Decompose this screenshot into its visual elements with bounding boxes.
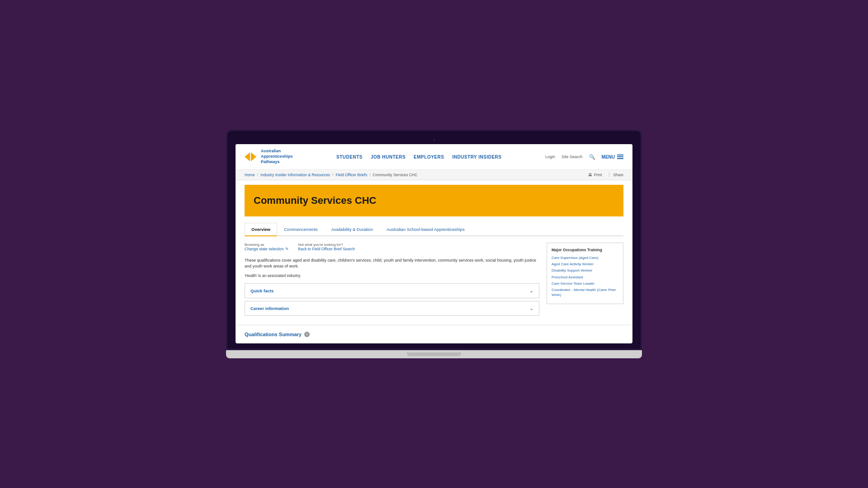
share-label: Share: [613, 173, 623, 177]
screen-notch: [236, 139, 632, 141]
accordion-quick-facts-header[interactable]: Quick facts ⌄: [245, 284, 539, 298]
breadcrumb-home[interactable]: Home: [245, 173, 255, 177]
nav-links: STUDENTS JOB HUNTERS EMPLOYERS INDUSTRY …: [336, 155, 501, 160]
accordion-quick-facts: Quick facts ⌄: [245, 283, 539, 298]
description-text: These qualifications cover aged and disa…: [245, 258, 539, 270]
sidebar-link-3[interactable]: Preschool Assistant: [552, 275, 618, 280]
sidebar-link-5[interactable]: Coordinator - Mental Health (Carer Peer …: [552, 288, 618, 297]
breadcrumb-bar: Home / Industry Insider Information & Re…: [236, 170, 632, 180]
share-icon: ⋮: [607, 173, 611, 177]
chevron-right-icon: [251, 152, 256, 161]
tab-availability-duration[interactable]: Availability & Duration: [325, 223, 380, 236]
nav-right: Login Site Search 🔍 MENU: [545, 154, 623, 160]
sidebar-title: Major Occupations Training: [552, 248, 618, 252]
camera-dot: [433, 139, 435, 141]
login-link[interactable]: Login: [545, 155, 555, 159]
menu-button[interactable]: MENU: [602, 155, 623, 160]
share-action[interactable]: ⋮ Share: [607, 173, 623, 177]
laptop-base-notch: [407, 352, 461, 356]
print-icon: 🖶: [588, 173, 592, 177]
content-left: Browsing as Change state selection ✎ Not…: [245, 243, 539, 319]
nav-job-hunters[interactable]: JOB HUNTERS: [371, 155, 406, 160]
print-action[interactable]: 🖶 Print: [588, 173, 602, 177]
breadcrumb-sep-2: /: [332, 173, 333, 177]
logo-area: AustralianApprenticeshipsPathways: [245, 149, 293, 164]
qualifications-section: Qualifications Summary i: [236, 325, 632, 343]
browsing-bar: Browsing as Change state selection ✎ Not…: [245, 243, 539, 251]
sidebar-link-4[interactable]: Care Service Team Leader: [552, 282, 618, 286]
career-info-label: Career information: [250, 306, 289, 311]
chevron-down-icon-quick-facts: ⌄: [529, 288, 533, 294]
tab-commencements[interactable]: Commencements: [277, 223, 324, 236]
nav-bar: AustralianApprenticeshipsPathways STUDEN…: [236, 144, 632, 169]
breadcrumb-actions: 🖶 Print ⋮ Share: [588, 173, 623, 177]
sidebar-box: Major Occupations Training Care Supervis…: [547, 243, 623, 305]
site-search-link[interactable]: Site Search: [561, 155, 583, 159]
change-state-text: Change state selection: [245, 247, 283, 251]
qualifications-title-text: Qualifications Summary: [245, 332, 302, 337]
info-icon[interactable]: i: [304, 332, 310, 337]
sidebar-link-0[interactable]: Care Supervisor (Aged Care): [552, 256, 618, 260]
search-icon[interactable]: 🔍: [589, 154, 595, 160]
quick-facts-label: Quick facts: [250, 288, 274, 293]
tabs-bar: Overview Commencements Availability & Du…: [245, 223, 623, 236]
breadcrumb-sep-3: /: [369, 173, 370, 177]
change-state-link[interactable]: Change state selection ✎: [245, 247, 289, 251]
nav-industry-insiders[interactable]: INDUSTRY INSIDERS: [452, 155, 501, 160]
back-to-search-link[interactable]: Back to Field Officer Brief Search: [298, 247, 355, 251]
browsing-group-search: Not what you're looking for? Back to Fie…: [298, 243, 355, 251]
nav-employers[interactable]: EMPLOYERS: [414, 155, 444, 160]
laptop-shell: AustralianApprenticeshipsPathways STUDEN…: [226, 130, 642, 358]
edit-icon: ✎: [285, 247, 289, 251]
screen-content: AustralianApprenticeshipsPathways STUDEN…: [236, 144, 632, 343]
menu-label: MENU: [602, 155, 615, 160]
breadcrumb-field[interactable]: Field Officer Briefs: [335, 173, 367, 177]
chevron-left-icon: [245, 152, 250, 161]
breadcrumb: Home / Industry Insider Information & Re…: [245, 173, 417, 177]
chevron-down-icon-career: ⌄: [529, 305, 533, 311]
laptop-base: [226, 350, 642, 358]
hamburger-icon: [617, 155, 623, 159]
breadcrumb-sep-1: /: [257, 173, 258, 177]
hero-banner: Community Services CHC: [245, 185, 623, 216]
sidebar-link-2[interactable]: Disability Support Worker: [552, 268, 618, 273]
qualifications-title: Qualifications Summary i: [245, 332, 623, 337]
main-content: Browsing as Change state selection ✎ Not…: [236, 236, 632, 325]
associated-note: 'Health' is an associated industry.: [245, 273, 539, 278]
tab-school-based[interactable]: Australian School-based Apprenticeships: [380, 223, 472, 236]
browsing-group-state: Browsing as Change state selection ✎: [245, 243, 289, 251]
accordion-career-info-header[interactable]: Career information ⌄: [245, 301, 539, 315]
content-right: Major Occupations Training Care Supervis…: [547, 243, 623, 319]
nav-students[interactable]: STUDENTS: [336, 155, 363, 160]
accordion-career-info: Career information ⌄: [245, 301, 539, 316]
print-label: Print: [594, 173, 602, 177]
logo-text: AustralianApprenticeshipsPathways: [261, 149, 293, 164]
tab-overview[interactable]: Overview: [245, 223, 277, 236]
not-looking-label: Not what you're looking for?: [298, 243, 355, 247]
logo-icon: [245, 152, 256, 161]
breadcrumb-industry[interactable]: Industry Insider Information & Resources: [260, 173, 330, 177]
breadcrumb-current: Community Services CHC: [373, 173, 418, 177]
laptop-screen: AustralianApprenticeshipsPathways STUDEN…: [226, 130, 642, 350]
sidebar-link-1[interactable]: Aged Care Activity Worker: [552, 262, 618, 267]
browsing-as-label: Browsing as: [245, 243, 289, 247]
page-title: Community Services CHC: [254, 195, 614, 206]
